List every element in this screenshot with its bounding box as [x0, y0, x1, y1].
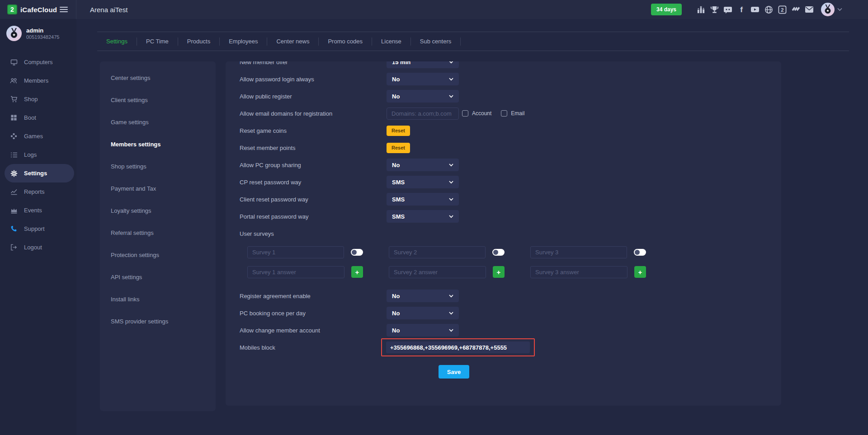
sidebar-item-logs[interactable]: Logs [0, 145, 76, 164]
facebook-icon[interactable]: f [737, 5, 746, 14]
survey-3-add-button[interactable]: + [634, 266, 646, 278]
row-label: Client reset password way [240, 196, 387, 203]
sidebar-item-boot[interactable]: Boot [0, 108, 76, 127]
save-button[interactable]: Save [439, 365, 469, 379]
survey-1-answer-input[interactable] [247, 266, 344, 278]
survey-1-toggle[interactable] [351, 249, 363, 256]
client-reset-password-select[interactable]: SMS [387, 193, 459, 206]
license-days-badge[interactable]: 34 days [651, 4, 682, 15]
sidebar-item-shop[interactable]: Shop [0, 90, 76, 108]
sidebar-profile[interactable]: admin 005193482475 [0, 19, 76, 47]
globe-icon[interactable] [764, 5, 773, 14]
account-checkbox-label: Account [472, 110, 491, 117]
survey-2-answer-col: + [389, 266, 505, 278]
avatar-chevron-down-icon[interactable] [837, 8, 842, 11]
tab-settings[interactable]: Settings [97, 37, 137, 46]
email-domains-input[interactable] [387, 108, 459, 120]
youtube-icon[interactable] [750, 5, 760, 14]
row-label: Allow change member account [240, 327, 387, 334]
survey-2-add-button[interactable]: + [493, 266, 505, 278]
chevron-down-icon [449, 312, 453, 315]
menu-item-game-settings[interactable]: Game settings [100, 111, 216, 133]
main-content: Settings PC Time Products Employees Cent… [76, 19, 868, 435]
hamburger-menu-icon[interactable] [59, 5, 69, 14]
tab-sub-centers[interactable]: Sub centers [411, 37, 461, 46]
sidebar-item-support[interactable]: Support [0, 220, 76, 238]
row-label: Reset game coins [240, 127, 387, 134]
survey-2-answer-input[interactable] [389, 266, 486, 278]
survey-2-toggle[interactable] [492, 249, 505, 256]
survey-1-add-button[interactable]: + [351, 266, 363, 278]
row-new-member-offer: New member offer 15 min [240, 61, 781, 70]
tab-license[interactable]: License [372, 37, 411, 46]
menu-item-sms-provider-settings[interactable]: SMS provider settings [100, 310, 216, 332]
user-avatar[interactable] [821, 3, 835, 16]
allow-change-member-account-select[interactable]: No [387, 324, 459, 337]
layers-icon[interactable] [791, 5, 800, 14]
row-label: CP reset password way [240, 179, 387, 186]
settings-gear-icon [10, 169, 18, 177]
reset-game-coins-button[interactable]: Reset [387, 126, 410, 136]
reset-member-points-button[interactable]: Reset [387, 143, 410, 153]
menu-item-install-links[interactable]: Install links [100, 288, 216, 310]
survey-1-input[interactable] [247, 246, 344, 258]
email-checkbox-label: Email [511, 110, 524, 117]
survey-2-col [389, 246, 505, 258]
survey-3-input[interactable] [530, 246, 627, 258]
sidebar-item-logout[interactable]: Logout [0, 238, 76, 257]
chevron-down-icon [449, 164, 453, 167]
survey-3-answer-input[interactable] [530, 266, 627, 278]
menu-item-shop-settings[interactable]: Shop settings [100, 155, 216, 178]
pc-booking-select[interactable]: No [387, 307, 459, 319]
logs-icon [10, 151, 18, 159]
email-checkbox[interactable] [501, 110, 507, 117]
icafecloud-app-icon[interactable]: 2 [778, 5, 787, 14]
sidebar-item-reports[interactable]: Reports [0, 182, 76, 201]
row-label: Mobiles block [240, 344, 387, 351]
sidebar-item-label: Logs [24, 151, 37, 158]
members-icon [10, 77, 18, 84]
sidebar-item-members[interactable]: Members [0, 71, 76, 90]
survey-3-toggle[interactable] [634, 249, 646, 256]
sidebar-item-computers[interactable]: Computers [0, 53, 76, 71]
tab-employees[interactable]: Employees [220, 37, 267, 46]
tab-center-news[interactable]: Center news [267, 37, 319, 46]
tab-pc-time[interactable]: PC Time [137, 37, 178, 46]
mobiles-block-input[interactable] [386, 341, 530, 353]
row-client-reset-password-way: Client reset password way SMS [240, 191, 781, 208]
discord-icon[interactable] [723, 5, 732, 14]
tab-products[interactable]: Products [178, 37, 220, 46]
menu-item-payment-and-tax[interactable]: Payment and Tax [100, 178, 216, 200]
tab-promo-codes[interactable]: Promo codes [319, 37, 372, 46]
menu-item-center-settings[interactable]: Center settings [100, 67, 216, 89]
sidebar-item-settings[interactable]: Settings [5, 164, 74, 182]
row-reset-game-coins: Reset game coins Reset [240, 122, 781, 139]
survey-2-input[interactable] [389, 246, 486, 258]
new-member-offer-select[interactable]: 15 min [387, 61, 459, 68]
mobiles-block-highlight [381, 338, 535, 356]
menu-item-protection-settings[interactable]: Protection settings [100, 244, 216, 266]
menu-item-members-settings[interactable]: Members settings [100, 133, 216, 155]
chevron-down-icon [449, 95, 453, 98]
allow-public-register-select[interactable]: No [387, 90, 459, 103]
ranking-icon[interactable] [696, 5, 705, 14]
chevron-down-icon [449, 61, 453, 64]
account-checkbox[interactable] [462, 110, 468, 117]
row-pc-booking-once-per-day: PC booking once per day No [240, 304, 781, 322]
sidebar-item-games[interactable]: Games [0, 127, 76, 145]
cp-reset-password-select[interactable]: SMS [387, 176, 459, 188]
app-logo[interactable]: 2 iCafeCloud [7, 5, 57, 14]
row-label: New member offer [240, 61, 387, 65]
menu-item-loyalty-settings[interactable]: Loyalty settings [100, 200, 216, 222]
sidebar-item-events[interactable]: Events [0, 201, 76, 220]
reports-chart-icon [10, 188, 18, 196]
menu-item-client-settings[interactable]: Client settings [100, 89, 216, 111]
pc-group-sharing-select[interactable]: No [387, 159, 459, 171]
trophy-icon[interactable] [710, 5, 719, 14]
register-agreement-select[interactable]: No [387, 290, 459, 302]
mail-icon[interactable] [805, 5, 814, 14]
menu-item-api-settings[interactable]: API settings [100, 266, 216, 288]
menu-item-referral-settings[interactable]: Referral settings [100, 222, 216, 244]
portal-reset-password-select[interactable]: SMS [387, 210, 459, 223]
allow-password-login-select[interactable]: No [387, 73, 459, 85]
